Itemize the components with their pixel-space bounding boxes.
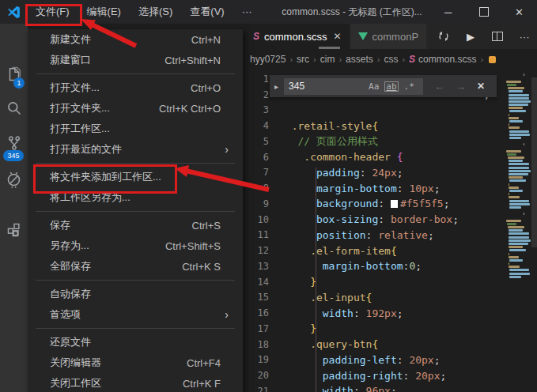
menu-item-关闭工作区[interactable]: 关闭工作区Ctrl+K F [28,373,243,392]
vscode-window: 文件(F) 编辑(E) 选择(S) 查看(V) ··· common.scss … [0,0,537,392]
breadcrumb-separator-icon: › [402,55,405,64]
close-button[interactable]: ✕ [501,0,537,24]
code-line-15[interactable]: 15.el-input{ [245,290,537,306]
code-line-20[interactable]: 20padding-right: 20px; [245,368,537,383]
menu-item-打开最近的文件[interactable]: 打开最近的文件› [28,139,243,160]
breadcrumb-item[interactable]: cim [320,54,335,65]
run-icon[interactable]: ▶ [463,28,478,44]
window-controls: ─ ✕ [430,0,537,24]
code-line-9[interactable]: 9background: #f5f5f5; [245,196,537,212]
previous-match-icon[interactable]: ← [434,81,444,92]
split-editor-icon[interactable] [490,28,505,44]
menu-more-icon[interactable]: ··· [233,0,261,24]
find-input[interactable] [287,80,363,92]
breadcrumb-separator-icon: › [289,55,293,64]
menu-item-关闭编辑器[interactable]: 关闭编辑器Ctrl+F4 [28,352,243,373]
code-text: // 页面公用样式 [297,134,377,149]
breadcrumb-item[interactable]: common.scss [418,54,476,65]
tab-commonP[interactable]: commonP [350,24,427,49]
line-number: 21 [245,386,279,392]
breadcrumb-item[interactable]: assets [346,54,373,65]
breadcrumb-separator-icon: › [377,55,380,64]
menu-item-新建窗口[interactable]: 新建窗口Ctrl+Shift+N [28,50,243,70]
menu-item-shortcut: Ctrl+Shift+S [165,240,230,252]
code-line-14[interactable]: 14} [245,274,537,290]
menu-item-新建文件[interactable]: 新建文件Ctrl+N [28,29,243,50]
activity-bar: ⚙ 1345 [0,24,28,392]
breadcrumb-item[interactable]: hyy0725 [250,54,286,65]
code-text: .common-header { [304,151,403,163]
breadcrumb-separator-icon: › [338,55,342,64]
line-number: 5 [245,136,279,147]
menu-selection[interactable]: 选择(S) [130,0,181,24]
code-line-18[interactable]: 18.query-btn{ [245,337,537,352]
match-case-icon[interactable]: Aa [369,81,379,92]
window-title: common.scss - 无标题 (工作区)... [261,6,443,19]
next-match-icon[interactable]: → [456,81,466,92]
code-text: width: 96px; [323,385,397,392]
code-line-7[interactable]: 7padding: 24px; [245,165,537,181]
menu-item-还原文件[interactable]: 还原文件 [28,332,243,352]
minimap[interactable] [504,70,531,338]
menu-item-另存为[interactable]: 另存为...Ctrl+Shift+S [28,236,243,256]
tab-close-icon[interactable]: ✕ [333,31,341,42]
code-line-21[interactable]: 21width: 96px; [245,383,537,392]
menu-item-首选项[interactable]: 首选项› [28,304,243,325]
minimize-button[interactable]: ─ [430,0,466,24]
menu-item-shortcut: Ctrl+S [192,220,230,232]
code-line-5[interactable]: 5// 页面公用样式 [245,134,537,149]
menu-item-shortcut: Ctrl+N [191,34,230,46]
tabbar-scroll-indicator[interactable] [319,47,340,49]
menu-view[interactable]: 查看(V) [181,0,233,24]
menu-item-打开文件[interactable]: 打开文件...Ctrl+O [28,77,243,98]
menu-item-保存[interactable]: 保存Ctrl+S [28,215,243,236]
code-line-8[interactable]: 8margin-bottom: 10px; [245,180,537,196]
code-line-19[interactable]: 19padding-left: 20px; [245,352,537,368]
regex-icon[interactable]: .* [404,81,414,92]
breadcrumb: hyy0725›src›cim›assets›css›Scommon.scss› [245,49,537,70]
breadcrumb-item[interactable]: css [384,54,398,65]
toggle-replace-chevron-icon[interactable]: ▸ [274,82,278,91]
code-line-6[interactable]: 6.common-header { [245,149,537,165]
code-line-12[interactable]: 12.el-form-item{ [245,243,537,258]
sync-icon[interactable] [436,28,452,44]
code-line-11[interactable]: 11position: relative; [245,228,537,243]
close-find-icon[interactable]: ✕ [477,81,485,92]
menu-item-自动保存[interactable]: 自动保存 [28,284,243,304]
line-number: 14 [245,277,279,288]
activity-extensions-icon[interactable] [0,215,28,245]
menu-edit[interactable]: 编辑(E) [78,0,130,24]
activity-search-icon[interactable] [0,93,28,123]
line-number: 17 [245,323,279,334]
breadcrumb-item[interactable]: src [297,54,309,65]
menu-item-打开文件夹[interactable]: 打开文件夹...Ctrl+K Ctrl+O [28,98,243,119]
menu-item-shortcut: Ctrl+F4 [187,357,230,369]
breadcrumb-separator-icon: › [313,55,316,64]
menu-item-label: 自动保存 [50,287,230,301]
whole-word-icon[interactable]: ab [384,81,398,92]
menu-item-全部保存[interactable]: 全部保存Ctrl+K S [28,256,243,277]
maximize-button[interactable] [466,0,501,24]
editor-scrollbar[interactable] [531,77,537,247]
line-number: 15 [245,292,279,303]
code-line-4[interactable]: 4.retail-style{ [245,118,537,134]
editor-actions: ▶··· [436,24,535,49]
code-line-3[interactable]: 3 [245,103,537,119]
menu-item-打开工作区[interactable]: 打开工作区... [28,119,243,139]
code-text: .query-btn{ [310,338,378,350]
symbol-icon [489,56,496,63]
code-line-17[interactable]: 17} [245,321,537,337]
line-number: 7 [245,167,279,178]
more-actions-icon[interactable]: ··· [516,28,532,44]
tab-common.scss[interactable]: Scommon.scss✕ [245,24,350,49]
menu-item-label: 保存 [50,218,192,232]
menu-item-shortcut: Ctrl+K S [182,261,230,273]
menu-separator [28,208,243,215]
code-text: width: 192px; [323,307,403,319]
code-line-16[interactable]: 16width: 192px; [245,305,537,321]
code-editor[interactable]: 12;34.retail-style{5// 页面公用样式6.common-he… [245,70,537,392]
activity-debug-icon[interactable] [0,164,28,194]
code-line-10[interactable]: 10box-sizing: border-box; [245,212,537,228]
scss-file-icon: S [409,54,415,65]
code-line-13[interactable]: 13margin-bottom:0; [245,258,537,274]
